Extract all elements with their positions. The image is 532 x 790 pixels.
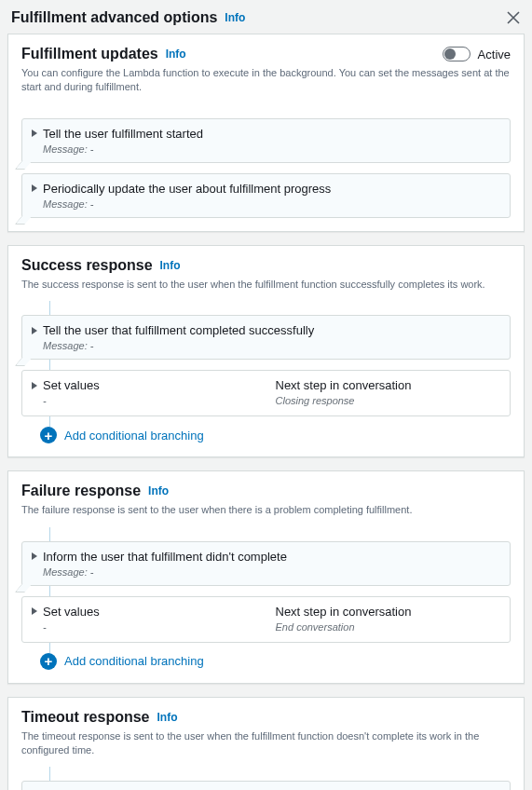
failure-desc: The failure response is sent to the user… (21, 503, 511, 517)
timeout-response-panel: Timeout response Info The timeout respon… (7, 697, 525, 790)
page-title: Fulfillment advanced options (11, 9, 217, 26)
failure-response-panel: Failure response Info The failure respon… (7, 470, 525, 683)
plus-icon[interactable]: + (40, 427, 57, 443)
success-info-link[interactable]: Info (160, 259, 181, 272)
next-step-title: Next step in conversation (276, 378, 499, 392)
close-icon[interactable] (506, 10, 521, 25)
next-step-value: End conversation (276, 621, 499, 633)
timeout-info-link[interactable]: Info (157, 711, 178, 724)
updates-start-title: Tell the user fulfillment started (43, 127, 203, 141)
fulfillment-updates-panel: Fulfillment updates Info Active You can … (7, 34, 525, 232)
updates-title: Fulfillment updates (21, 46, 158, 62)
success-desc: The success response is sent to the user… (21, 278, 511, 292)
next-step-title: Next step in conversation (276, 605, 499, 619)
failure-message-card: Inform the user that fulfillment didn't … (21, 541, 511, 586)
updates-progress-card: Periodically update the user about fulfi… (21, 173, 511, 218)
chevron-right-icon[interactable] (32, 382, 37, 389)
success-message-card: Tell the user that fulfillment completed… (21, 315, 511, 360)
success-msg-sub: Message: - (43, 340, 498, 351)
page-info-link[interactable]: Info (225, 11, 245, 24)
set-values-title: Set values (43, 605, 100, 619)
next-step-value: Closing response (276, 395, 499, 406)
timeout-title: Timeout response (21, 709, 150, 726)
plus-icon[interactable]: + (40, 653, 57, 670)
failure-msg-sub: Message: - (43, 566, 498, 578)
chevron-right-icon[interactable] (32, 607, 37, 615)
add-conditional-branching-button[interactable]: Add conditional branching (64, 429, 204, 443)
updates-desc: You can configure the Lambda function to… (21, 66, 511, 95)
chevron-right-icon[interactable] (32, 327, 37, 334)
timeout-desc: The timeout response is sent to the user… (21, 729, 511, 758)
updates-start-message: Message: - (43, 143, 498, 155)
success-values-card: Set values - Next step in conversation C… (21, 370, 511, 416)
failure-values-card: Set values - Next step in conversation E… (21, 596, 511, 643)
failure-title: Failure response (21, 483, 141, 499)
chevron-right-icon[interactable] (32, 552, 37, 560)
set-values-sub: - (43, 395, 255, 406)
set-values-title: Set values (43, 378, 100, 392)
add-conditional-branching-button[interactable]: Add conditional branching (64, 654, 204, 668)
success-title: Success response (21, 257, 153, 274)
failure-info-link[interactable]: Info (148, 484, 169, 497)
active-toggle[interactable] (443, 47, 471, 61)
updates-start-card: Tell the user fulfillment started Messag… (21, 118, 511, 163)
updates-info-link[interactable]: Info (166, 48, 186, 61)
chevron-right-icon[interactable] (32, 129, 37, 137)
chevron-right-icon[interactable] (32, 184, 37, 192)
updates-progress-message: Message: - (43, 198, 498, 210)
updates-progress-title: Periodically update the user about fulfi… (43, 182, 331, 196)
success-msg-title: Tell the user that fulfillment completed… (43, 323, 314, 337)
success-response-panel: Success response Info The success respon… (7, 245, 525, 457)
timeout-message-card: Inform the user that fulfillment reached… (21, 781, 511, 790)
active-toggle-label: Active (478, 48, 511, 61)
set-values-sub: - (43, 621, 255, 633)
failure-msg-title: Inform the user that fulfillment didn't … (43, 550, 287, 564)
